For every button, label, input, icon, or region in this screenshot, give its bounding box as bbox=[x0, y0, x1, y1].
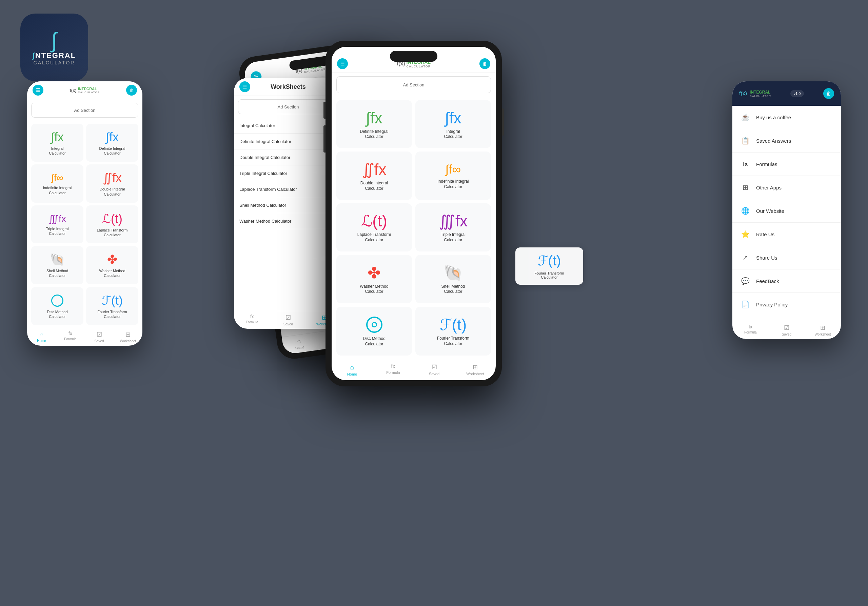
saved-nav-label: Saved bbox=[94, 339, 104, 343]
overlay-fourier-icon: ℱ(t) bbox=[538, 253, 561, 268]
ws-text-triple: Triple Integral Calculator bbox=[239, 171, 331, 176]
front-calc-double[interactable]: ∬fx Double IntegralCalculator bbox=[336, 152, 412, 199]
calc-item-indefinite[interactable]: ∫f∞ Indefinite IntegralCalculator bbox=[31, 164, 84, 203]
front-triple-label: Triple IntegralCalculator bbox=[441, 232, 465, 243]
front-disc-icon bbox=[366, 317, 383, 333]
front-shell-label: Shell MethodCalculator bbox=[441, 284, 465, 295]
version-badge: v1.0 bbox=[790, 90, 804, 97]
front-calc-laplace[interactable]: ℒ(t) Laplace TransformCalculator bbox=[336, 203, 412, 252]
left-menu-button[interactable]: ☰ bbox=[33, 85, 43, 96]
front-laplace-icon: ℒ(t) bbox=[361, 213, 387, 229]
front-calc-definite[interactable]: ∫fx Definite IntegralCalculator bbox=[336, 100, 412, 148]
nav-saved[interactable]: ☑ Saved bbox=[85, 328, 113, 346]
front-calc-shell[interactable]: 🐚 Shell MethodCalculator bbox=[415, 255, 491, 303]
settings-phone: f(x) INTEGRAL CALCULATOR v1.0 🗑 ☕ Buy us… bbox=[732, 81, 841, 339]
privacy-label: Privacy Policy bbox=[756, 301, 834, 308]
website-label: Our Website bbox=[756, 208, 834, 214]
front-menu-button[interactable]: ☰ bbox=[337, 58, 348, 69]
front-double-icon: ∬fx bbox=[362, 162, 386, 177]
calc-item-triple[interactable]: ∭fx Triple IntegralCalculator bbox=[31, 206, 84, 243]
f-nav-formula[interactable]: fx Formula bbox=[373, 361, 414, 379]
calc-item-double[interactable]: ∬fx Double IntegralCalculator bbox=[86, 164, 138, 203]
menu-formulas[interactable]: fx Formulas bbox=[732, 153, 841, 176]
front-fourier-icon: ℱ(t) bbox=[440, 317, 467, 332]
menu-other-apps[interactable]: ⊞ Other Apps bbox=[732, 176, 841, 199]
double-icon: ∬fx bbox=[103, 172, 122, 184]
left-bottom-nav: ⌂ Home fx Formula ☑ Saved ⊞ Worksheet bbox=[27, 328, 143, 346]
settings-bottom-nav: fx Formula ☑ Saved ⊞ Worksheet bbox=[732, 321, 841, 339]
f-nav-home[interactable]: ⌂ Home bbox=[332, 361, 373, 379]
front-side-btn-right bbox=[502, 108, 504, 136]
home-nav-icon: ⌂ bbox=[40, 331, 43, 338]
menu-our-website[interactable]: 🌐 Our Website bbox=[732, 199, 841, 223]
menu-share-us[interactable]: ↗ Share Us bbox=[732, 246, 841, 269]
front-trash-button[interactable]: 🗑 bbox=[479, 58, 490, 69]
calc-item-fourier[interactable]: ℱ(t) Fourier TransformCalculator bbox=[86, 287, 138, 325]
left-calc-grid: ∫fx IntegralCalculator ∫fx Definite Inte… bbox=[27, 121, 143, 328]
nav-worksheet[interactable]: ⊞ Worksheet bbox=[113, 328, 143, 346]
front-indefinite-label: Indefinite IntegralCalculator bbox=[437, 179, 468, 189]
s-nav-worksheet[interactable]: ⊞ Worksheet bbox=[804, 321, 841, 339]
front-calc-integral[interactable]: ∫fx IntegralCalculator bbox=[415, 100, 491, 148]
front-fourier-label: Fourier TransformCalculator bbox=[437, 336, 469, 346]
left-header-logo: f(x) INTEGRAL CALCULATOR bbox=[70, 87, 100, 94]
front-shell-icon: 🐚 bbox=[443, 265, 463, 281]
app-icon-subtitle: CALCULATOR bbox=[34, 60, 75, 65]
calc-item-laplace[interactable]: ℒ(t) Laplace TransformCalculator bbox=[86, 206, 138, 243]
integral-icon: ∫fx bbox=[51, 131, 64, 143]
calc-item-integral[interactable]: ∫fx IntegralCalculator bbox=[31, 124, 84, 162]
ws-menu-button[interactable]: ☰ bbox=[239, 81, 250, 92]
home-nav-label: Home bbox=[37, 339, 46, 343]
calc-item-definite[interactable]: ∫fx Definite IntegralCalculator bbox=[86, 124, 138, 162]
front-washer-label: Washer MethodCalculator bbox=[360, 284, 388, 295]
front-calc-fourier[interactable]: ℱ(t) Fourier TransformCalculator bbox=[415, 307, 491, 356]
app-icon: ∫ ∫NTEGRAL CALCULATOR bbox=[20, 14, 88, 81]
left-phone: ☰ f(x) INTEGRAL CALCULATOR 🗑 Ad Section … bbox=[27, 81, 143, 346]
privacy-icon: 📄 bbox=[739, 298, 751, 311]
menu-privacy[interactable]: 📄 Privacy Policy bbox=[732, 293, 841, 316]
left-trash-button[interactable]: 🗑 bbox=[126, 85, 137, 96]
front-calc-triple[interactable]: ∭fx Triple IntegralCalculator bbox=[415, 203, 491, 252]
overlay-fourier: ℱ(t) Fourier TransformCalculator bbox=[515, 247, 583, 285]
settings-header: f(x) INTEGRAL CALCULATOR v1.0 🗑 bbox=[732, 81, 841, 106]
washer-label: Washer MethodCalculator bbox=[99, 268, 125, 278]
menu-saved-answers[interactable]: 📋 Saved Answers bbox=[732, 129, 841, 153]
shell-label: Shell MethodCalculator bbox=[46, 268, 68, 278]
c-nav-home[interactable]: ⌂ Home bbox=[282, 333, 317, 355]
f-nav-worksheet[interactable]: ⊞ Worksheet bbox=[455, 361, 496, 379]
menu-buy-coffee[interactable]: ☕ Buy us a coffee bbox=[732, 106, 841, 129]
shell-icon: 🐚 bbox=[50, 254, 65, 266]
menu-feedback[interactable]: 💬 FeedBack bbox=[732, 269, 841, 293]
front-side-btn-left1 bbox=[324, 102, 326, 119]
ws-text-laplace: Laplace Transform Calculator bbox=[239, 187, 331, 192]
front-indefinite-icon: ∫f∞ bbox=[445, 163, 461, 176]
menu-rate-us[interactable]: ⭐ Rate Us bbox=[732, 223, 841, 246]
calc-item-shell[interactable]: 🐚 Shell MethodCalculator bbox=[31, 246, 84, 284]
laplace-label: Laplace TransformCalculator bbox=[97, 228, 127, 238]
disc-icon bbox=[51, 295, 64, 307]
fourier-icon: ℱ(t) bbox=[102, 295, 123, 307]
ws-nav-formula[interactable]: fx Formula bbox=[234, 311, 270, 329]
settings-trash-button[interactable]: 🗑 bbox=[823, 88, 834, 99]
calc-item-disc[interactable]: Disc MethodCalculator bbox=[31, 287, 84, 325]
front-definite-label: Definite IntegralCalculator bbox=[360, 129, 388, 140]
nav-formula[interactable]: fx Formula bbox=[56, 328, 85, 346]
front-calc-disc[interactable]: Disc MethodCalculator bbox=[336, 307, 412, 356]
nav-home[interactable]: ⌂ Home bbox=[27, 328, 56, 346]
calc-item-washer[interactable]: ✤ Washer MethodCalculator bbox=[86, 246, 138, 284]
s-nav-saved[interactable]: ☑ Saved bbox=[769, 321, 805, 339]
front-calc-washer[interactable]: ✤ Washer MethodCalculator bbox=[336, 255, 412, 303]
saved-nav-icon: ☑ bbox=[97, 331, 102, 338]
left-phone-header: ☰ f(x) INTEGRAL CALCULATOR 🗑 bbox=[27, 81, 143, 99]
front-calc-indefinite[interactable]: ∫f∞ Indefinite IntegralCalculator bbox=[415, 152, 491, 199]
settings-logo: f(x) INTEGRAL CALCULATOR bbox=[739, 90, 771, 97]
ws-nav-saved[interactable]: ☑ Saved bbox=[270, 311, 307, 329]
share-label: Share Us bbox=[756, 255, 834, 261]
worksheet-nav-icon: ⊞ bbox=[126, 331, 130, 338]
formulas-icon: fx bbox=[739, 158, 751, 170]
s-nav-formula[interactable]: fx Formula bbox=[732, 321, 769, 339]
coffee-label: Buy us a coffee bbox=[756, 114, 834, 120]
integral-label: IntegralCalculator bbox=[49, 146, 66, 156]
f-nav-saved[interactable]: ☑ Saved bbox=[414, 361, 455, 379]
overlay-fourier-label: Fourier TransformCalculator bbox=[534, 271, 564, 279]
